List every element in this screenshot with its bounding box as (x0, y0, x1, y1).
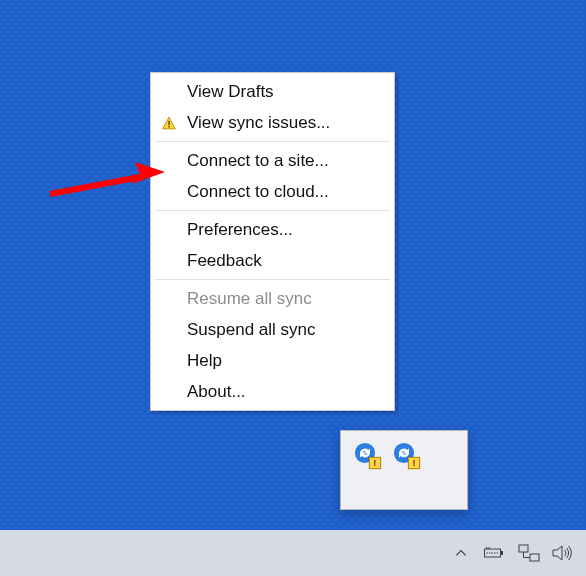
menu-icon-slot (161, 184, 177, 200)
network-icon[interactable] (516, 540, 542, 566)
menu-icon-slot (161, 222, 177, 238)
svg-rect-8 (501, 551, 503, 555)
tray-overflow-popup: ! ! (340, 430, 468, 510)
warning-icon (161, 115, 177, 131)
menu-item-label: Help (187, 351, 222, 371)
warning-badge-icon: ! (369, 457, 381, 469)
menu-item-about[interactable]: About... (153, 376, 392, 407)
menu-item-feedback[interactable]: Feedback (153, 245, 392, 276)
menu-item-connect-to-site[interactable]: Connect to a site... (153, 145, 392, 176)
svg-marker-12 (553, 546, 562, 560)
tray-slot-empty (384, 470, 423, 505)
menu-separator (155, 279, 390, 280)
menu-item-resume-all-sync: Resume all sync (153, 283, 392, 314)
tray-slot[interactable]: ! (345, 435, 384, 470)
svg-rect-1 (168, 120, 169, 124)
svg-line-3 (50, 176, 145, 194)
menu-item-connect-to-cloud[interactable]: Connect to cloud... (153, 176, 392, 207)
menu-item-label: Preferences... (187, 220, 293, 240)
menu-icon-slot (161, 253, 177, 269)
menu-item-label: Connect to cloud... (187, 182, 329, 202)
tray-chevron-up-icon[interactable] (448, 540, 474, 566)
menu-item-preferences[interactable]: Preferences... (153, 214, 392, 245)
volume-icon[interactable] (550, 540, 576, 566)
menu-icon-slot (161, 384, 177, 400)
taskbar (0, 530, 586, 576)
power-icon[interactable] (482, 540, 508, 566)
tray-context-menu: View Drafts View sync issues... Connect … (150, 72, 395, 411)
menu-item-view-drafts[interactable]: View Drafts (153, 76, 392, 107)
menu-icon-slot (161, 291, 177, 307)
menu-icon-slot (161, 84, 177, 100)
menu-separator (155, 141, 390, 142)
menu-item-suspend-all-sync[interactable]: Suspend all sync (153, 314, 392, 345)
menu-item-label: About... (187, 382, 246, 402)
menu-item-label: View sync issues... (187, 113, 330, 133)
menu-item-label: View Drafts (187, 82, 274, 102)
sync-app-icon: ! (390, 439, 418, 467)
svg-rect-2 (168, 126, 169, 127)
tray-slot-empty (424, 435, 463, 470)
desktop: View Drafts View sync issues... Connect … (0, 0, 586, 576)
menu-item-label: Suspend all sync (187, 320, 316, 340)
menu-item-help[interactable]: Help (153, 345, 392, 376)
svg-rect-11 (530, 554, 539, 561)
menu-item-label: Feedback (187, 251, 262, 271)
menu-icon-slot (161, 353, 177, 369)
tray-slot[interactable]: ! (384, 435, 423, 470)
tray-slot-empty (345, 470, 384, 505)
menu-icon-slot (161, 153, 177, 169)
sync-app-icon: ! (351, 439, 379, 467)
svg-rect-10 (519, 545, 528, 552)
tray-slot-empty (424, 470, 463, 505)
menu-item-view-sync-issues[interactable]: View sync issues... (153, 107, 392, 138)
menu-item-label: Connect to a site... (187, 151, 329, 171)
menu-icon-slot (161, 322, 177, 338)
warning-badge-icon: ! (408, 457, 420, 469)
menu-item-label: Resume all sync (187, 289, 312, 309)
menu-separator (155, 210, 390, 211)
